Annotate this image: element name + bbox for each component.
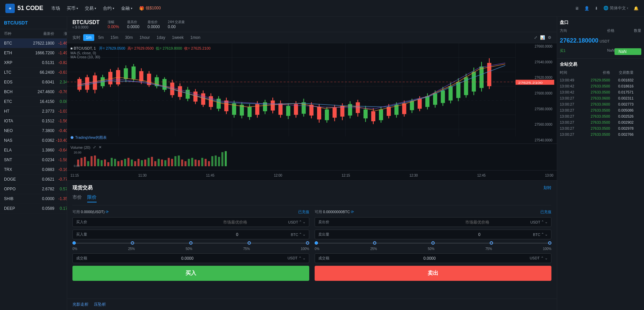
coin-name: BTC	[4, 41, 31, 46]
svg-rect-134	[107, 162, 109, 166]
coin-row[interactable]: SHIB 0.0000 -1.35%	[0, 194, 67, 204]
coin-row[interactable]: SNT 0.0234 -1.58%	[0, 155, 67, 165]
nav-trade[interactable]: 交易 ▾	[85, 5, 96, 11]
coin-row[interactable]: LTC 66.2400 -0.63%	[0, 68, 67, 77]
sell-slider-dot-100[interactable]	[548, 241, 551, 245]
sell-slider-labels: 0% 25% 50% 75% 100%	[315, 247, 551, 251]
svg-rect-142	[134, 161, 136, 166]
sell-button[interactable]: 卖出	[315, 266, 551, 281]
stepper-up-icon[interactable]: ⌃	[299, 232, 302, 237]
stepper-down-icon[interactable]: ⌄	[303, 256, 306, 260]
sell-slider-dot-25[interactable]	[373, 241, 376, 245]
buy-button[interactable]: 买入	[72, 266, 309, 281]
buy-price-field[interactable]	[182, 220, 288, 225]
close-vol-icon[interactable]: ✕	[99, 145, 102, 149]
nav-contract[interactable]: 合约 ▾	[103, 5, 114, 11]
refresh-icon[interactable]: ⟳	[351, 210, 354, 214]
tf-1day[interactable]: 1day	[154, 34, 168, 41]
stepper-down-icon[interactable]: ⌄	[545, 220, 548, 224]
buy-total-row: 成交额 0.0000 USDT ⌃ ⌄	[72, 253, 309, 263]
expand-vol-icon[interactable]: ⤢	[93, 145, 96, 149]
stepper-up-icon[interactable]: ⌃	[299, 256, 302, 260]
nav-promo[interactable]: 🎁 领$1000	[139, 5, 161, 11]
refresh-icon[interactable]: ⟳	[106, 210, 109, 214]
time-labels: 11:15 11:30 11:45 12:00 12:15 12:30 12:4…	[70, 174, 553, 177]
analysis-tab-1[interactable]: 压坠析	[94, 302, 106, 307]
stepper-down-icon[interactable]: ⌄	[303, 232, 306, 237]
buy-slider-dot-75[interactable]	[248, 241, 251, 245]
orderbook-title: 盘口	[560, 19, 641, 25]
analysis-tab-0[interactable]: 光影走析	[72, 302, 89, 307]
buy-slider-dot-50[interactable]	[189, 241, 193, 245]
coin-row[interactable]: XRP 0.5131 -0.82%	[0, 58, 67, 68]
coin-row[interactable]: DEEP 0.0589 0.17%	[0, 204, 67, 213]
coin-row[interactable]: ELA 1.3860 -0.64%	[0, 145, 67, 155]
coin-row[interactable]: OPPO 2.6782 0.57%	[0, 184, 67, 194]
buy-slider-dot-0[interactable]	[72, 241, 76, 245]
monitor-icon[interactable]: 🖥	[575, 6, 579, 11]
tf-5m[interactable]: 5m	[96, 34, 107, 41]
nav-buy[interactable]: 买币 ▾	[67, 5, 78, 11]
buy-slider-dot-25[interactable]	[131, 241, 134, 245]
chart-pair: BTC/USDT ≈ $ 0.0000	[72, 19, 100, 29]
stepper-down-icon[interactable]: ⌄	[303, 220, 306, 224]
bell-icon[interactable]: 🔔	[634, 6, 639, 11]
buy-recharge-link[interactable]: 已充值	[298, 209, 309, 214]
sell-slider-dot-50[interactable]	[431, 241, 435, 245]
language-selector[interactable]: 🌐 简体中文 ‹	[603, 5, 628, 11]
trade-time: 13:00:27	[560, 114, 580, 118]
stepper-down-icon[interactable]: ⌄	[545, 256, 548, 260]
coin-row[interactable]: NEO 7.3800 -0.40%	[0, 126, 67, 136]
sell-amount-field[interactable]	[426, 232, 533, 237]
svg-rect-135	[111, 158, 113, 166]
tf-1m[interactable]: 1m	[83, 34, 94, 41]
coin-row[interactable]: BTC 27622.1800 -1.46%	[0, 39, 67, 48]
stepper-up-icon[interactable]: ⌃	[541, 220, 544, 224]
coin-row[interactable]: HT 2.3773 -1.03%	[0, 107, 67, 116]
coin-row[interactable]: ETC 16.4150 0.08%	[0, 97, 67, 107]
coin-row[interactable]: BCH 247.4600 -0.76%	[0, 87, 67, 97]
tf-1hour[interactable]: 1hour	[137, 34, 153, 41]
tf-30m[interactable]: 30m	[122, 34, 136, 41]
tf-1mon[interactable]: 1mon	[187, 34, 203, 41]
chart-type-icon[interactable]: 📊	[540, 35, 545, 40]
coin-change: 0.17%	[54, 206, 67, 211]
settings-icon[interactable]: ⚙	[548, 35, 551, 40]
sell-price-field[interactable]	[424, 220, 530, 225]
trading-link[interactable]: 划转	[543, 185, 551, 191]
sidebar-pair: BTC/USDT	[0, 17, 67, 29]
sell-slider-dot-0[interactable]	[315, 241, 318, 245]
buy-slider-dot-100[interactable]	[306, 241, 309, 245]
nav-market[interactable]: 市场	[51, 5, 60, 11]
buy-amount-input: 买入量 BTC ⌃ ⌄	[72, 230, 309, 239]
sell-recharge-link[interactable]: 已充值	[540, 209, 551, 214]
stepper-up-icon[interactable]: ⌃	[299, 220, 302, 224]
user-icon[interactable]: 👤	[584, 6, 589, 11]
stepper-down-icon[interactable]: ⌄	[545, 232, 548, 237]
coin-row[interactable]: ETH 1666.7200 -1.49%	[0, 48, 67, 58]
coin-row[interactable]: NAS 0.0362 -10.40%	[0, 136, 67, 145]
stepper-up-icon[interactable]: ⌃	[541, 232, 544, 237]
expand-icon[interactable]: ⤢	[534, 35, 537, 40]
sell-slider-dot-75[interactable]	[490, 241, 493, 245]
volume-chart: 20.00 0.00	[70, 149, 553, 168]
coin-row[interactable]: EOS 0.6041 2.34%	[0, 77, 67, 87]
download-icon[interactable]: ⬇	[595, 6, 598, 11]
svg-rect-127	[84, 157, 86, 166]
tf-1week[interactable]: 1week	[169, 34, 186, 41]
buy-amount-field[interactable]	[183, 232, 291, 237]
coin-row[interactable]: IOTA 0.1512 -1.56%	[0, 116, 67, 126]
tf-15m[interactable]: 15m	[108, 34, 121, 41]
coin-row[interactable]: TRX 0.0883 -0.16%	[0, 165, 67, 175]
nav-finance[interactable]: 金融 ▾	[121, 5, 132, 11]
buy-slider-track	[72, 243, 309, 244]
logo[interactable]: + 51 CODE	[5, 4, 43, 13]
svg-rect-158	[188, 159, 190, 166]
order-tab-market[interactable]: 市价	[72, 194, 82, 202]
coin-change: -0.64%	[54, 148, 67, 152]
orderbook-action-btn[interactable]: NaN	[614, 48, 641, 55]
order-tab-limit[interactable]: 限价	[87, 194, 97, 202]
stepper-up-icon[interactable]: ⌃	[541, 256, 544, 260]
chevron-down-icon: ▾	[76, 7, 78, 10]
coin-row[interactable]: DOGE 0.0621 -0.77%	[0, 175, 67, 184]
